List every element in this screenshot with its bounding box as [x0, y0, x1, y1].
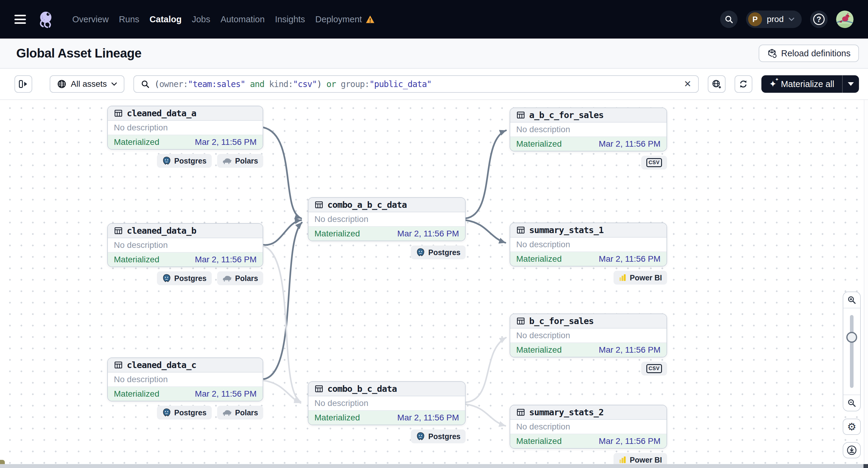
nav-item-insights[interactable]: Insights: [275, 14, 305, 24]
asset-description: No description: [108, 238, 262, 253]
download-icon: [847, 445, 857, 455]
asset-node-cleaned_data_a[interactable]: cleaned_data_a No description Materializ…: [107, 106, 263, 150]
search-query-text: (owner:"team:sales" and kind:"csv") or g…: [155, 79, 679, 89]
download-image-button[interactable]: [843, 442, 861, 458]
asset-status-bar: Materialized Mar 2, 11:56 PM: [308, 411, 465, 425]
materialize-all-label: Materialize all: [781, 79, 834, 89]
tag-postgres[interactable]: Postgres: [157, 154, 212, 168]
workspace-switcher[interactable]: P prod: [746, 10, 802, 28]
global-search-button[interactable]: [720, 10, 738, 28]
nav-item-jobs[interactable]: Jobs: [192, 14, 210, 24]
asset-node-combo_a_b_c_data[interactable]: combo_a_b_c_data No description Material…: [308, 197, 466, 241]
tag-label: Polars: [235, 408, 258, 417]
globe-icon: [57, 79, 67, 89]
status-badge: Materialized: [516, 436, 562, 446]
minimap-corner: [0, 460, 5, 464]
user-avatar[interactable]: [836, 10, 854, 28]
asset-node-cleaned_data_c[interactable]: cleaned_data_c No description Materializ…: [107, 357, 263, 401]
warning-icon[interactable]: [366, 15, 375, 24]
asset-status-bar: Materialized Mar 2, 11:56 PM: [510, 343, 666, 357]
graph-settings-button[interactable]: ⚙: [843, 418, 861, 435]
tag-postgres[interactable]: Postgres: [411, 430, 466, 443]
tag-label: Postgres: [428, 432, 461, 441]
workspace-avatar: P: [748, 12, 762, 26]
table-icon: [516, 408, 525, 417]
refresh-icon: [739, 79, 748, 89]
new-asset-selection-button[interactable]: [708, 75, 725, 93]
tag-row-cleaned_data_a: PostgresPolars: [107, 154, 263, 168]
tag-postgres[interactable]: Postgres: [157, 406, 212, 419]
asset-filter-dropdown[interactable]: All assets: [50, 75, 124, 93]
lineage-canvas[interactable]: ⚙ cleaned_data_a No description Material…: [0, 100, 868, 468]
table-icon: [114, 226, 123, 235]
materialize-options-button[interactable]: [843, 75, 859, 93]
nav-item-automation[interactable]: Automation: [220, 14, 265, 24]
tag-polars[interactable]: Polars: [217, 406, 263, 419]
asset-node-b_c_for_sales[interactable]: b_c_for_sales No description Materialize…: [509, 313, 667, 357]
hamburger-menu-icon[interactable]: [14, 15, 26, 24]
tag-row-b_c_for_sales: csv: [509, 362, 667, 376]
tag-label: Polars: [235, 274, 258, 283]
nav-items: OverviewRunsCatalogJobsAutomationInsight…: [72, 14, 375, 24]
tag-polars[interactable]: Polars: [217, 271, 263, 285]
asset-description: No description: [510, 123, 666, 137]
table-icon: [314, 200, 323, 209]
tag-row-combo_b_c_data: Postgres: [308, 430, 466, 443]
asset-node-header: summary_stats_2: [510, 405, 666, 420]
zoom-slider-thumb[interactable]: [846, 332, 857, 343]
tag-label: Polars: [235, 157, 258, 165]
edge-cleaned_data_a-to-combo_a_b_c_data: [263, 127, 301, 218]
materialize-all-button[interactable]: ✦✦ Materialize all: [762, 75, 842, 93]
refresh-button[interactable]: [735, 75, 752, 93]
postgres-icon: [162, 156, 171, 165]
asset-description: No description: [510, 420, 666, 434]
nav-item-deployment[interactable]: Deployment: [315, 14, 362, 24]
tag-powerbi[interactable]: Power BI: [614, 271, 667, 285]
csv-icon: csv: [646, 364, 662, 373]
clear-search-icon[interactable]: ✕: [684, 80, 691, 89]
tag-label: Power BI: [630, 456, 662, 464]
help-button[interactable]: ?: [810, 10, 828, 28]
reload-definitions-button[interactable]: Reload definitions: [759, 44, 859, 62]
asset-node-summary_stats_2[interactable]: summary_stats_2 No description Materiali…: [509, 405, 667, 449]
polars-icon: [222, 409, 232, 416]
zoom-in-button[interactable]: [843, 292, 860, 308]
asset-node-header: b_c_for_sales: [510, 314, 666, 329]
materialization-timestamp: Mar 2, 11:56 PM: [195, 255, 257, 264]
edge-combo_a_b_c_data-to-summary_stats_1: [466, 220, 505, 243]
tag-csv[interactable]: csv: [641, 156, 667, 169]
zoom-slider: [843, 308, 860, 395]
asset-node-a_b_c_for_sales[interactable]: a_b_c_for_sales No description Materiali…: [509, 107, 667, 152]
asset-status-bar: Materialized Mar 2, 11:56 PM: [510, 137, 666, 151]
tag-postgres[interactable]: Postgres: [411, 245, 466, 259]
postgres-icon: [416, 248, 425, 257]
panel-expand-icon: [19, 80, 28, 88]
asset-status-bar: Materialized Mar 2, 11:56 PM: [108, 387, 262, 401]
zoom-slider-track[interactable]: [850, 315, 854, 388]
tag-label: Postgres: [175, 408, 207, 417]
tag-csv[interactable]: csv: [641, 362, 667, 376]
search-icon: [724, 15, 733, 24]
asset-description: No description: [108, 121, 262, 135]
nav-item-catalog[interactable]: Catalog: [150, 14, 182, 24]
asset-filter-label: All assets: [71, 79, 107, 89]
dagster-logo-icon[interactable]: [36, 10, 55, 29]
asset-status-bar: Materialized Mar 2, 11:56 PM: [510, 252, 666, 266]
tag-row-a_b_c_for_sales: csv: [509, 156, 667, 169]
asset-node-cleaned_data_b[interactable]: cleaned_data_b No description Materializ…: [107, 223, 263, 267]
asset-status-bar: Materialized Mar 2, 11:56 PM: [108, 253, 262, 267]
asset-description: No description: [308, 396, 465, 411]
tag-polars[interactable]: Polars: [217, 154, 263, 168]
tag-postgres[interactable]: Postgres: [157, 271, 212, 285]
asset-node-header: cleaned_data_a: [108, 106, 262, 121]
asset-search-input[interactable]: (owner:"team:sales" and kind:"csv") or g…: [133, 75, 699, 93]
powerbi-icon: [619, 274, 626, 282]
open-left-panel-button[interactable]: [14, 75, 32, 93]
materialization-timestamp: Mar 2, 11:56 PM: [195, 137, 257, 147]
asset-node-combo_b_c_data[interactable]: combo_b_c_data No description Materializ…: [308, 381, 466, 425]
zoom-out-button[interactable]: [843, 395, 860, 411]
nav-item-runs[interactable]: Runs: [119, 14, 140, 24]
asset-node-summary_stats_1[interactable]: summary_stats_1 No description Materiali…: [509, 223, 667, 267]
nav-item-overview[interactable]: Overview: [72, 14, 109, 24]
horizontal-scrollbar[interactable]: [0, 464, 868, 468]
